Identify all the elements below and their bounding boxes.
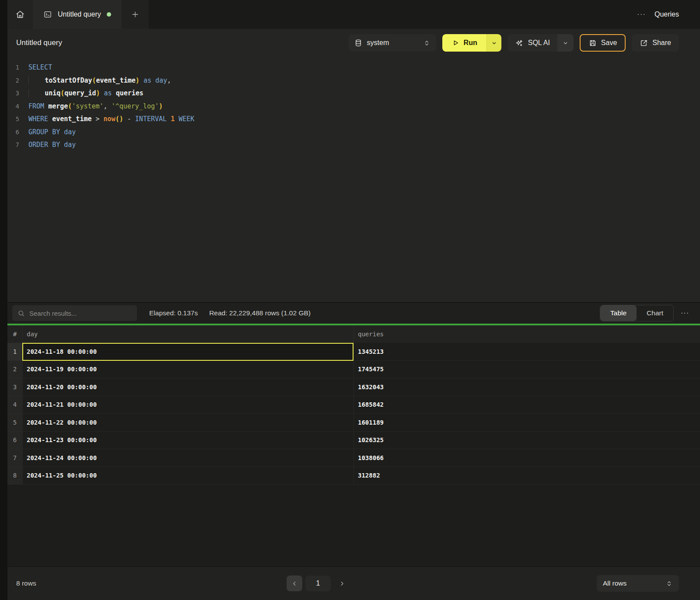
code-line[interactable]: 7ORDER BY day	[7, 139, 700, 152]
code-text: GROUP BY day	[19, 126, 76, 139]
column-header-queries[interactable]: queries	[354, 325, 700, 343]
sql-ai-button[interactable]: SQL AI	[508, 34, 557, 52]
sql-console-app: Untitled query ··· Queries Untitled quer…	[0, 0, 700, 600]
tab-chart-view[interactable]: Chart	[637, 305, 673, 321]
chevron-updown-icon	[665, 580, 673, 587]
database-selector[interactable]: system	[349, 34, 436, 52]
results-more-button[interactable]: ···	[681, 309, 689, 317]
run-button-group: Run	[442, 34, 501, 52]
day-cell[interactable]: 2024-11-18 00:00:00	[22, 343, 354, 361]
row-number-cell[interactable]: 7	[7, 449, 22, 467]
day-cell[interactable]: 2024-11-19 00:00:00	[22, 361, 354, 379]
sql-editor[interactable]: 1SELECT2 toStartOfDay(event_time) as day…	[7, 57, 700, 302]
page-number-button[interactable]: 1	[305, 576, 331, 591]
previous-page-button[interactable]	[287, 576, 302, 591]
code-line[interactable]: 2 toStartOfDay(event_time) as day,	[7, 74, 700, 87]
code-line[interactable]: 1SELECT	[7, 61, 700, 74]
chevron-down-icon	[491, 40, 497, 46]
home-icon	[15, 10, 25, 19]
tab-table-view[interactable]: Table	[600, 305, 637, 321]
day-cell[interactable]: 2024-11-20 00:00:00	[22, 378, 354, 396]
save-button[interactable]: Save	[580, 34, 626, 52]
tab-untitled-query[interactable]: Untitled query	[33, 0, 122, 29]
row-number-cell[interactable]: 3	[7, 378, 22, 396]
code-line[interactable]: 6GROUP BY day	[7, 126, 700, 139]
elapsed-time: Elapsed: 0.137s	[149, 309, 198, 317]
day-cell[interactable]: 2024-11-24 00:00:00	[22, 449, 354, 467]
chevron-updown-icon	[423, 39, 430, 47]
share-icon	[640, 39, 648, 47]
day-cell[interactable]: 2024-11-23 00:00:00	[22, 432, 354, 450]
line-number: 7	[7, 139, 19, 152]
queries-cell[interactable]: 1601189	[354, 414, 700, 432]
results-toolbar: Elapsed: 0.137s Read: 22,229,488 rows (1…	[7, 302, 700, 324]
home-button[interactable]	[7, 0, 33, 29]
sparkles-icon	[515, 39, 523, 47]
row-number-cell[interactable]: 2	[7, 361, 22, 379]
table-row: 82024-11-25 00:00:00312882	[7, 467, 700, 485]
toolbar-actions: system Run	[349, 34, 679, 52]
new-tab-button[interactable]	[122, 0, 149, 29]
row-number-cell[interactable]: 4	[7, 396, 22, 414]
terminal-icon	[43, 10, 52, 19]
save-icon	[588, 39, 597, 47]
row-number-cell[interactable]: 8	[7, 467, 22, 485]
code-text: WHERE event_time > now() - INTERVAL 1 WE…	[19, 113, 194, 126]
rows-per-page-selector[interactable]: All rows	[597, 575, 679, 592]
pagination: 1	[287, 576, 350, 591]
queries-cell[interactable]: 1345213	[354, 343, 700, 361]
code-text: ORDER BY day	[19, 139, 76, 152]
code-text: FROM merge('system', '^query_log')	[19, 100, 163, 113]
table-row: 22024-11-19 00:00:001745475	[7, 361, 700, 379]
search-icon	[18, 310, 25, 317]
code-text: uniq(query_id) as queries	[19, 87, 144, 100]
overflow-menu-button[interactable]: ···	[637, 10, 646, 19]
line-number: 2	[7, 74, 19, 87]
results-table-empty-area	[7, 485, 700, 566]
unsaved-changes-dot	[107, 12, 111, 17]
sql-ai-options-button[interactable]	[557, 34, 574, 52]
run-options-button[interactable]	[486, 34, 501, 52]
run-button[interactable]: Run	[442, 34, 486, 52]
search-results-input[interactable]	[29, 310, 132, 317]
day-cell[interactable]: 2024-11-22 00:00:00	[22, 414, 354, 432]
code-line[interactable]: 4FROM merge('system', '^query_log')	[7, 100, 700, 113]
chevron-down-icon	[562, 40, 569, 46]
play-icon	[452, 39, 459, 47]
next-page-button[interactable]	[334, 576, 350, 591]
day-cell[interactable]: 2024-11-21 00:00:00	[22, 396, 354, 414]
day-cell[interactable]: 2024-11-25 00:00:00	[22, 467, 354, 485]
search-results-box[interactable]	[12, 305, 137, 321]
sql-ai-button-group: SQL AI	[508, 34, 574, 52]
queries-link[interactable]: Queries	[654, 10, 679, 18]
row-number-cell[interactable]: 5	[7, 414, 22, 432]
queries-cell[interactable]: 312882	[354, 467, 700, 485]
results-table-rows: 12024-11-18 00:00:00134521322024-11-19 0…	[7, 343, 700, 485]
line-number: 6	[7, 126, 19, 139]
row-number-cell[interactable]: 1	[7, 343, 22, 361]
queries-cell[interactable]: 1026325	[354, 432, 700, 450]
results-footer: 8 rows 1 All rows	[7, 566, 700, 600]
query-toolbar: Untitled query system	[7, 29, 700, 57]
chevron-left-icon	[291, 580, 298, 587]
tab-bar-spacer	[149, 0, 637, 29]
row-count-label: 8 rows	[16, 579, 36, 587]
line-number: 4	[7, 100, 19, 113]
save-button-label: Save	[601, 39, 617, 47]
code-line[interactable]: 5WHERE event_time > now() - INTERVAL 1 W…	[7, 113, 700, 126]
row-number-cell[interactable]: 6	[7, 432, 22, 450]
queries-cell[interactable]: 1038066	[354, 449, 700, 467]
code-line[interactable]: 3 uniq(query_id) as queries	[7, 87, 700, 100]
tab-bar: Untitled query ··· Queries	[7, 0, 700, 29]
plus-icon	[131, 10, 140, 19]
run-button-label: Run	[464, 39, 477, 47]
queries-cell[interactable]: 1745475	[354, 361, 700, 379]
share-button[interactable]: Share	[632, 34, 679, 52]
line-number: 5	[7, 113, 19, 126]
view-toggle: Table Chart	[600, 305, 674, 321]
column-header-day[interactable]: day	[22, 325, 354, 343]
queries-cell[interactable]: 1632043	[354, 378, 700, 396]
queries-cell[interactable]: 1685842	[354, 396, 700, 414]
table-row: 42024-11-21 00:00:001685842	[7, 396, 700, 414]
left-edge-strip	[0, 0, 7, 600]
